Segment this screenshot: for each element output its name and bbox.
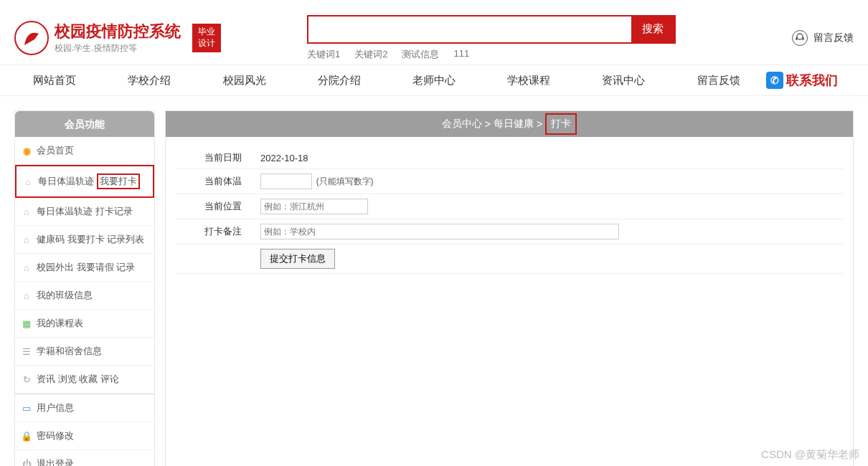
nav-contact-us[interactable]: ✆ 联系我们 [766, 72, 861, 89]
keyword-link[interactable]: 111 [453, 48, 469, 61]
sidebar-item-leave[interactable]: ⌂ 校园外出 我要请假 记录 [15, 254, 154, 282]
sidebar-item-label: 校园外出 我要请假 记录 [37, 261, 135, 274]
logo-badge: 毕业 设计 [192, 24, 221, 52]
home-icon: ◉ [21, 145, 32, 156]
sidebar: 会员功能 ◉ 会员首页 ⌂ 每日体温轨迹 我要打卡 ⌂ 每日体温轨迹 打卡记录 … [14, 110, 155, 466]
sidebar-item-label: 会员首页 [37, 144, 74, 157]
temp-hint: (只能填写数字) [316, 176, 374, 186]
sidebar-item-records[interactable]: ⌂ 每日体温轨迹 打卡记录 [15, 198, 154, 226]
sidebar-item-password[interactable]: 🔒 密码修改 [15, 422, 154, 450]
house-icon: ⌂ [21, 234, 32, 245]
breadcrumb-part[interactable]: 每日健康 [494, 118, 534, 130]
card-icon: ▭ [21, 402, 32, 414]
house-icon: ⌂ [21, 206, 32, 217]
feedback-link[interactable]: 留言反馈 [792, 30, 854, 46]
phone-icon: ✆ [766, 72, 783, 89]
keyword-link[interactable]: 测试信息 [402, 48, 439, 61]
sidebar-item-news[interactable]: ↻ 资讯 浏览 收藏 评论 [15, 366, 154, 394]
sidebar-item-label: 学籍和宿舍信息 [37, 345, 102, 358]
logo[interactable]: 校园疫情防控系统 校园.学生.疫情防控等 毕业 设计 [14, 21, 221, 55]
sidebar-item-label: 我的课程表 [37, 317, 83, 330]
search-keywords: 关键词1 关键词2 测试信息 111 [307, 48, 676, 61]
sidebar-item-health-code[interactable]: ⌂ 健康码 我要打卡 记录列表 [15, 226, 154, 254]
form-area: 当前日期 2022-10-18 当前体温 (只能填写数字) 当前位置 打卡备注 [166, 137, 853, 466]
house-icon: ⌂ [21, 262, 32, 273]
headset-icon [792, 30, 808, 46]
sidebar-item-label: 每日体温轨迹 打卡记录 [37, 205, 133, 218]
sidebar-item-label: 退出登录 [37, 457, 74, 466]
date-label: 当前日期 [176, 147, 255, 169]
sidebar-item-label: 资讯 浏览 收藏 评论 [37, 373, 119, 386]
search-input[interactable] [308, 16, 631, 42]
nav-campus-view[interactable]: 校园风光 [197, 74, 291, 87]
sidebar-item-checkin[interactable]: ⌂ 每日体温轨迹 我要打卡 [15, 165, 154, 198]
sidebar-header: 会员功能 [15, 111, 154, 137]
nav-college-intro[interactable]: 分院介绍 [292, 74, 387, 87]
checkin-form: 当前日期 2022-10-18 当前体温 (只能填写数字) 当前位置 打卡备注 [176, 147, 843, 274]
breadcrumb-part[interactable]: 会员中心 [442, 118, 482, 130]
note-label: 打卡备注 [176, 219, 255, 244]
nav-school-intro[interactable]: 学校介绍 [102, 74, 197, 87]
sidebar-item-label: 健康码 我要打卡 记录列表 [37, 233, 144, 246]
sidebar-item-user-info[interactable]: ▭ 用户信息 [15, 394, 154, 422]
sidebar-item-logout[interactable]: ⏻ 退出登录 [15, 450, 154, 466]
lock-icon: 🔒 [21, 430, 32, 442]
search-button[interactable]: 搜索 [631, 16, 674, 42]
nav-teacher-center[interactable]: 老师中心 [387, 74, 481, 87]
site-subtitle: 校园.学生.疫情防控等 [55, 42, 181, 54]
breadcrumb-sep: > [485, 118, 491, 130]
site-title: 校园疫情防控系统 [55, 21, 181, 42]
temp-input[interactable] [260, 173, 312, 189]
search-area: 搜索 关键词1 关键词2 测试信息 111 [307, 15, 676, 61]
house-icon: ⌂ [22, 176, 34, 187]
nav-feedback[interactable]: 留言反馈 [671, 74, 766, 87]
nav-courses[interactable]: 学校课程 [481, 74, 576, 87]
sidebar-item-home[interactable]: ◉ 会员首页 [15, 137, 154, 165]
svg-point-0 [797, 34, 803, 39]
sidebar-item-schedule[interactable]: ▦ 我的课程表 [15, 310, 154, 338]
note-input[interactable] [260, 224, 619, 239]
submit-button[interactable]: 提交打卡信息 [260, 249, 335, 269]
sidebar-item-label: 用户信息 [37, 401, 74, 414]
sidebar-item-class[interactable]: ⌂ 我的班级信息 [15, 282, 154, 310]
logo-icon [14, 21, 49, 55]
keyword-link[interactable]: 关键词1 [307, 48, 340, 61]
breadcrumb-current: 打卡 [545, 113, 577, 135]
nav-news[interactable]: 资讯中心 [576, 74, 671, 87]
refresh-icon: ↻ [21, 374, 32, 385]
keyword-link[interactable]: 关键词2 [354, 48, 387, 61]
list-icon: ☰ [21, 346, 32, 357]
loc-label: 当前位置 [176, 194, 255, 219]
breadcrumb-sep: > [537, 118, 542, 130]
sidebar-item-highlight: 我要打卡 [97, 173, 140, 189]
sidebar-item-label: 每日体温轨迹 [38, 175, 94, 188]
calendar-icon: ▦ [21, 318, 32, 329]
date-value: 2022-10-18 [255, 147, 843, 169]
main-nav: 网站首页 学校介绍 校园风光 分院介绍 老师中心 学校课程 资讯中心 留言反馈 … [0, 65, 868, 96]
temp-label: 当前体温 [176, 169, 255, 194]
loc-input[interactable] [260, 199, 368, 214]
sidebar-item-label: 我的班级信息 [37, 289, 93, 302]
breadcrumb: 会员中心 > 每日健康 > 打卡 [166, 111, 853, 137]
house-icon: ⌂ [21, 290, 32, 301]
main-content: 会员中心 > 每日健康 > 打卡 当前日期 2022-10-18 当前体温 (只… [165, 110, 854, 466]
sidebar-item-dorm[interactable]: ☰ 学籍和宿舍信息 [15, 338, 154, 366]
power-icon: ⏻ [21, 458, 32, 466]
body: 会员功能 ◉ 会员首页 ⌂ 每日体温轨迹 我要打卡 ⌂ 每日体温轨迹 打卡记录 … [0, 96, 868, 466]
feedback-label: 留言反馈 [813, 32, 854, 44]
sidebar-item-label: 密码修改 [37, 429, 74, 442]
header: 校园疫情防控系统 校园.学生.疫情防控等 毕业 设计 搜索 关键词1 关键词2 … [0, 0, 868, 65]
nav-home[interactable]: 网站首页 [7, 74, 102, 87]
